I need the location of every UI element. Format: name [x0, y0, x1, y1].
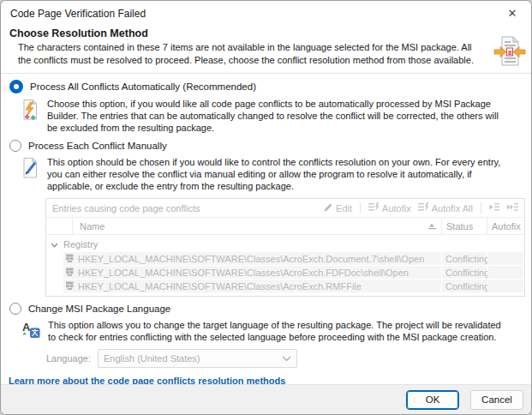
close-icon[interactable]: ✕	[493, 1, 531, 26]
registry-key-icon	[65, 253, 75, 265]
radio-selected-icon[interactable]	[9, 80, 23, 93]
column-header-name[interactable]: Name	[73, 218, 441, 234]
page-title: Choose Resolution Method	[9, 27, 531, 39]
edit-button[interactable]: Edit	[321, 202, 354, 214]
sort-icon	[427, 221, 437, 232]
dialog-footer: OK Cancel	[1, 384, 531, 414]
cancel-button[interactable]: Cancel	[470, 390, 523, 410]
column-header-autofix[interactable]: Autofix	[487, 218, 524, 234]
autofix-all-label: Autofix All	[432, 203, 473, 214]
entry-name: HKEY_LOCAL_MACHINE\SOFTWARE\Classes\Acro…	[78, 281, 362, 292]
toolbar-separator	[481, 202, 481, 214]
autofix-label: Autofix	[382, 203, 411, 214]
radio-automatic-label: Process All Conflicts Automatically (Rec…	[30, 81, 256, 92]
expander-column-header	[46, 218, 73, 234]
exclude-all-icon	[507, 202, 518, 214]
manual-description: This option should be chosen if you woul…	[47, 156, 503, 192]
language-select[interactable]: English (United States)	[98, 349, 297, 368]
table-row[interactable]: HKEY_LOCAL_MACHINE\SOFTWARE\Classes\Acro…	[63, 280, 523, 292]
manual-description-block: This option should be chosen if you woul…	[21, 156, 531, 192]
toolbar-separator	[360, 202, 361, 214]
radio-unselected-icon[interactable]	[9, 140, 21, 152]
autofix-all-icon	[418, 202, 429, 214]
autofix-document-icon	[21, 99, 39, 123]
radio-language-label: Change MSI Package Language	[28, 304, 170, 314]
registry-key-icon	[65, 280, 75, 292]
status-column-label: Status	[446, 221, 473, 232]
svg-text:8: 8	[508, 49, 512, 57]
registry-key-icon	[65, 267, 75, 279]
status-badge: Conflicting	[442, 266, 487, 279]
svg-text:A: A	[22, 321, 31, 334]
table-caption: Entries causing code page conflicts	[52, 203, 200, 214]
chevron-down-icon	[282, 353, 291, 364]
table-header-row: Name Status Autofix	[46, 218, 524, 235]
entry-name: HKEY_LOCAL_MACHINE\SOFTWARE\Classes\Acro…	[78, 254, 424, 264]
pencil-icon	[323, 202, 333, 214]
edit-label: Edit	[336, 203, 352, 214]
code-page-conflict-icon: 8	[493, 34, 526, 72]
chevron-down-icon	[51, 239, 58, 250]
group-label: Registry	[63, 239, 98, 250]
ok-button[interactable]: OK	[406, 390, 459, 410]
status-badge: Conflicting	[442, 280, 487, 292]
language-description: This option allows you to change the tar…	[48, 319, 504, 343]
autofix-cell	[487, 252, 523, 265]
autofix-cell	[487, 266, 523, 279]
radio-change-language[interactable]: Change MSI Package Language	[9, 303, 531, 315]
edit-document-icon	[21, 157, 39, 182]
exclude-button[interactable]	[487, 202, 502, 214]
language-label: Language:	[46, 353, 91, 364]
name-column-label: Name	[80, 221, 105, 232]
radio-manual-label: Process Each Conflict Manually	[28, 141, 167, 151]
dialog-header: Choose Resolution Method The characters …	[1, 26, 531, 74]
table-row[interactable]: HKEY_LOCAL_MACHINE\SOFTWARE\Classes\Acro…	[63, 266, 523, 279]
radio-process-manually[interactable]: Process Each Conflict Manually	[9, 140, 531, 152]
autofix-column-label: Autofix	[492, 221, 521, 232]
conflicts-table: Entries causing code page conflicts Edit	[45, 198, 525, 297]
autofix-button[interactable]: Autofix	[367, 202, 413, 214]
autofix-cell	[487, 280, 523, 292]
language-description-block: A This option allows you to change the t…	[21, 319, 531, 343]
registry-group-row[interactable]: Registry	[46, 237, 524, 252]
status-badge: Conflicting	[442, 252, 487, 265]
entry-name: HKEY_LOCAL_MACHINE\SOFTWARE\Classes\Acro…	[78, 268, 409, 278]
automatic-description: Choose this option, if you would like al…	[47, 98, 503, 134]
column-header-status[interactable]: Status	[441, 218, 487, 234]
window-title: Code Page Verification Failed	[10, 8, 146, 20]
automatic-description-block: Choose this option, if you would like al…	[21, 98, 531, 134]
exclude-icon	[489, 202, 500, 214]
radio-unselected-icon[interactable]	[9, 303, 21, 315]
translate-icon: A	[21, 320, 40, 341]
conflicts-table-toolbar: Entries causing code page conflicts Edit	[46, 199, 524, 218]
table-row[interactable]: HKEY_LOCAL_MACHINE\SOFTWARE\Classes\Acro…	[63, 252, 523, 265]
language-value: English (United States)	[104, 353, 200, 364]
autofix-all-button[interactable]: Autofix All	[416, 202, 475, 214]
title-bar: Code Page Verification Failed ✕	[1, 1, 531, 26]
autofix-icon	[368, 202, 380, 214]
language-field-row: Language: English (United States)	[46, 349, 531, 368]
code-page-verification-dialog: Code Page Verification Failed ✕ Choose R…	[0, 0, 532, 415]
exclude-all-button[interactable]	[505, 202, 520, 214]
header-description: The characters contained in these 7 item…	[18, 41, 481, 66]
radio-process-automatically[interactable]: Process All Conflicts Automatically (Rec…	[9, 80, 531, 93]
